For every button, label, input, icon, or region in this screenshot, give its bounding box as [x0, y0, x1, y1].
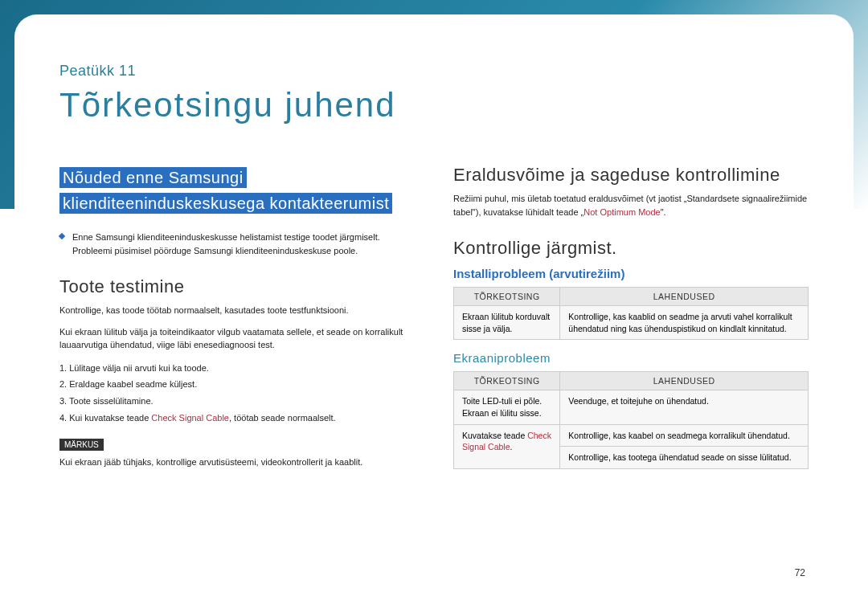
table2-th1: TÕRKEOTSING	[454, 372, 560, 390]
page-number: 72	[795, 567, 805, 578]
steps-list: 1. Lülitage välja nii arvuti kui ka tood…	[59, 360, 421, 427]
t2r1-c1a: Kuvatakse teade	[462, 431, 527, 440]
intro-bullet: Enne Samsungi klienditeeninduskeskusse h…	[59, 231, 421, 257]
res-red: Not Optimum Mode	[583, 207, 660, 217]
left-column: Nõuded enne Samsungi klienditeeninduskes…	[59, 165, 421, 477]
step-4-red: Check Signal Cable	[151, 413, 229, 423]
table2-r0-c1: Toite LED-tuli ei põle. Ekraan ei lülitu…	[454, 390, 560, 424]
table1-th2: LAHENDUSED	[560, 288, 809, 306]
note-text: Kui ekraan jääb tühjaks, kontrollige arv…	[59, 456, 421, 469]
step-3: 3. Toote sisselülitamine.	[59, 393, 421, 410]
page-title: Tõrkeotsingu juhend	[59, 86, 809, 125]
highlighted-heading: Nõuded enne Samsungi klienditeeninduskes…	[59, 165, 421, 216]
table-row: Toite LED-tuli ei põle. Ekraan ei lülitu…	[454, 390, 809, 424]
table2-r0-c2: Veenduge, et toitejuhe on ühendatud.	[560, 390, 809, 424]
table2-r1-c1: Kuvatakse teade Check Signal Cable.	[454, 424, 560, 468]
section-resolution: Eraldusvõime ja sageduse kontrollimine	[453, 165, 809, 186]
table2-r1-c2b: Kontrollige, kas tootega ühendatud seade…	[560, 447, 809, 469]
table-row: Ekraan lülitub korduvalt sisse ja välja.…	[454, 306, 809, 340]
table1-th1: TÕRKEOTSING	[454, 288, 560, 306]
step-4-prefix: 4. Kui kuvatakse teade	[59, 413, 151, 423]
subheading-screen: Ekraaniprobleem	[453, 351, 809, 365]
step-2: 2. Eraldage kaabel seadme küljest.	[59, 376, 421, 393]
step-4-tail: , töötab seade normaalselt.	[229, 413, 336, 423]
resolution-text: Režiimi puhul, mis ületab toetatud erald…	[453, 192, 809, 219]
testing-p1: Kontrollige, kas toode töötab normaalsel…	[59, 304, 421, 317]
res-p1b: ".	[661, 207, 666, 217]
table1-r0-c2: Kontrollige, kas kaablid on seadme ja ar…	[560, 306, 809, 340]
table-install: TÕRKEOTSING LAHENDUSED Ekraan lülitub ko…	[453, 287, 809, 340]
table-row: Kuvatakse teade Check Signal Cable. Kont…	[454, 424, 809, 447]
right-column: Eraldusvõime ja sageduse kontrollimine R…	[453, 165, 809, 477]
table2-th2: LAHENDUSED	[560, 372, 809, 390]
table2-r1-c2a: Kontrollige, kas kaabel on seadmega korr…	[560, 424, 809, 447]
t2r1-c1b: .	[510, 442, 513, 452]
highlight-line-1: Nõuded enne Samsungi	[59, 167, 247, 188]
table1-r0-c1: Ekraan lülitub korduvalt sisse ja välja.	[454, 306, 560, 340]
highlight-line-2: klienditeeninduskeskusega kontakteerumis…	[59, 193, 392, 214]
page-content: Peatükk 11 Tõrkeotsingu juhend Nõuded en…	[14, 14, 854, 593]
step-1: 1. Lülitage välja nii arvuti kui ka tood…	[59, 360, 421, 377]
table-screen: TÕRKEOTSING LAHENDUSED Toite LED-tuli ei…	[453, 371, 809, 469]
note-badge: MÄRKUS	[59, 439, 104, 451]
subheading-install: Installiprobleem (arvutirežiim)	[453, 267, 809, 280]
two-column-layout: Nõuded enne Samsungi klienditeeninduskes…	[59, 165, 809, 477]
step-4: 4. Kui kuvatakse teade Check Signal Cabl…	[59, 410, 421, 427]
section-check: Kontrollige järgmist.	[453, 238, 809, 259]
testing-p2: Kui ekraan lülitub välja ja toiteindikaa…	[59, 325, 421, 352]
section-product-testing: Toote testimine	[59, 276, 421, 297]
chapter-label: Peatükk 11	[59, 63, 809, 80]
